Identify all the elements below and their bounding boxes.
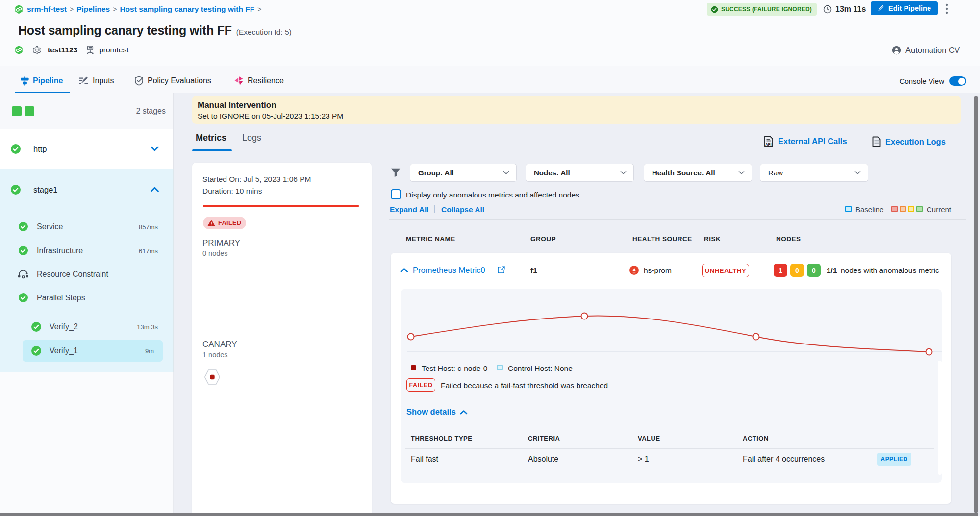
svg-text:API: API [765, 142, 772, 147]
